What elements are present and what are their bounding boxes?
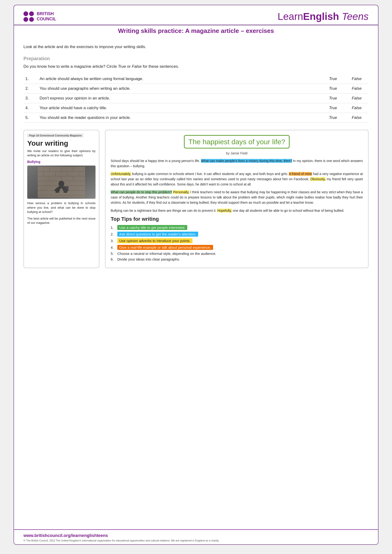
stmt-true: True bbox=[321, 94, 345, 103]
prep-true: True bbox=[118, 64, 126, 69]
mag-image-inner bbox=[27, 166, 96, 199]
list-item: 1.Use a catchy title to get people inter… bbox=[111, 225, 363, 230]
stmt-text: You should use paragraphs when writing a… bbox=[38, 84, 321, 94]
stmt-true: True bbox=[321, 74, 345, 84]
bc-dots bbox=[23, 11, 34, 22]
stmt-num: 2. bbox=[23, 84, 38, 94]
article-para: Bullying can be a nightmare but there ar… bbox=[111, 208, 363, 213]
logo-english: English bbox=[303, 11, 339, 22]
stmt-text: Your article should have a catchy title. bbox=[38, 103, 321, 113]
table-row: 2. You should use paragraphs when writin… bbox=[23, 84, 369, 94]
tips-list: 1.Use a catchy title to get people inter… bbox=[111, 225, 363, 261]
table-row: 1. An article should always be written u… bbox=[23, 74, 369, 84]
mag-question: How serious a problem is bullying in sch… bbox=[27, 201, 96, 214]
stmt-false: False bbox=[345, 113, 369, 123]
stmt-text: Don't express your opinion in an article… bbox=[38, 94, 321, 103]
bc-dot-2 bbox=[29, 11, 34, 16]
bullying-image-svg bbox=[38, 167, 85, 198]
list-item: 3.Use opinion adverbs to introduce your … bbox=[111, 238, 363, 243]
stmt-num: 1. bbox=[23, 74, 38, 84]
top-tips: Top Tips for writing 1.Use a catchy titl… bbox=[111, 216, 363, 261]
stmt-true: True bbox=[321, 113, 345, 123]
stmt-false: False bbox=[345, 103, 369, 113]
article-para: Unfortunately, bullying is quite common … bbox=[111, 172, 363, 187]
preparation-section: Preparation Do you know how to write a m… bbox=[23, 56, 369, 123]
bc-name-line2: COUNCIL bbox=[37, 17, 56, 22]
mag-invite: We invite our readers to give their opin… bbox=[27, 149, 96, 158]
bc-name: BRITISH COUNCIL bbox=[37, 11, 56, 21]
learn-english-logo: LearnEnglish Teens bbox=[278, 11, 369, 22]
stmt-num: 3. bbox=[23, 94, 38, 103]
mag-bullying-label: Bullying bbox=[27, 160, 96, 164]
top-tips-title: Top Tips for writing bbox=[111, 216, 363, 222]
article-para: School days should be a happy time in a … bbox=[111, 159, 363, 169]
mag-left: Page 16 Greenwood Community Magazine You… bbox=[23, 130, 99, 268]
list-item: 6.Divide your ideas into clear paragraph… bbox=[111, 257, 363, 261]
body-content: Look at the article and do the exercises… bbox=[14, 38, 378, 529]
article-para: What can people do to stop this problem?… bbox=[111, 190, 363, 205]
tf-table: 1. An article should always be written u… bbox=[23, 74, 369, 123]
logo-teens: Teens bbox=[342, 11, 369, 22]
stmt-num: 4. bbox=[23, 103, 38, 113]
mag-your-writing-title: Your writing bbox=[27, 139, 96, 147]
stmt-false: False bbox=[345, 94, 369, 103]
stmt-text: An article should always be written usin… bbox=[38, 74, 321, 84]
footer-copyright: © The British Council, 2012 The United K… bbox=[23, 539, 369, 542]
bc-dot-1 bbox=[23, 11, 28, 16]
mag-image bbox=[27, 166, 96, 199]
svg-point-18 bbox=[59, 181, 64, 187]
list-item: 5.Choose a neutral or informal style, de… bbox=[111, 251, 363, 256]
table-row: 5. You should ask the reader questions i… bbox=[23, 113, 369, 123]
mag-page-label: Page 16 Greenwood Community Magazine bbox=[27, 134, 84, 137]
article-body: School days should be a happy time in a … bbox=[111, 159, 363, 213]
prep-instruction: Do you know how to write a magazine arti… bbox=[23, 64, 369, 69]
prep-or: or bbox=[126, 64, 132, 69]
magazine-section: Page 16 Greenwood Community Magazine You… bbox=[23, 130, 369, 268]
stmt-false: False bbox=[345, 74, 369, 84]
bc-logo: BRITISH COUNCIL bbox=[23, 11, 56, 22]
footer: www.britishcouncil.org/learnenglishteens… bbox=[14, 529, 378, 544]
stmt-num: 5. bbox=[23, 113, 38, 123]
mag-best: The best article will be published in th… bbox=[27, 216, 96, 225]
bc-name-line1: BRITISH bbox=[37, 11, 56, 17]
mag-right: The happiest days of your life? by Jamie… bbox=[105, 130, 369, 268]
header: BRITISH COUNCIL LearnEnglish Teens bbox=[14, 5, 378, 25]
section-title: Preparation bbox=[23, 56, 369, 61]
article-byline: by Jamie Field bbox=[111, 151, 363, 155]
prep-instruction-text: Do you know how to write a magazine arti… bbox=[23, 64, 118, 69]
intro-text: Look at the article and do the exercises… bbox=[23, 45, 369, 49]
prep-false: False bbox=[132, 64, 142, 69]
article-title: The happiest days of your life? bbox=[184, 135, 290, 148]
page-title: Writing skills practice: A magazine arti… bbox=[14, 25, 378, 38]
stmt-text: You should ask the reader questions in y… bbox=[38, 113, 321, 123]
stmt-false: False bbox=[345, 84, 369, 94]
list-item: 4.Give a real-life example or talk about… bbox=[111, 245, 363, 250]
stmt-true: True bbox=[321, 103, 345, 113]
bc-dot-4 bbox=[29, 17, 34, 22]
prep-end: for these sentences. bbox=[142, 64, 179, 69]
list-item: 2.Ask direct questions to get the reader… bbox=[111, 232, 363, 237]
stmt-true: True bbox=[321, 84, 345, 94]
logo-learn: Learn bbox=[278, 11, 303, 22]
footer-url: www.britishcouncil.org/learnenglishteens bbox=[23, 533, 369, 538]
page: BRITISH COUNCIL LearnEnglish Teens Writi… bbox=[14, 5, 378, 545]
table-row: 3. Don't express your opinion in an arti… bbox=[23, 94, 369, 103]
table-row: 4. Your article should have a catchy tit… bbox=[23, 103, 369, 113]
bc-dot-3 bbox=[23, 17, 28, 22]
